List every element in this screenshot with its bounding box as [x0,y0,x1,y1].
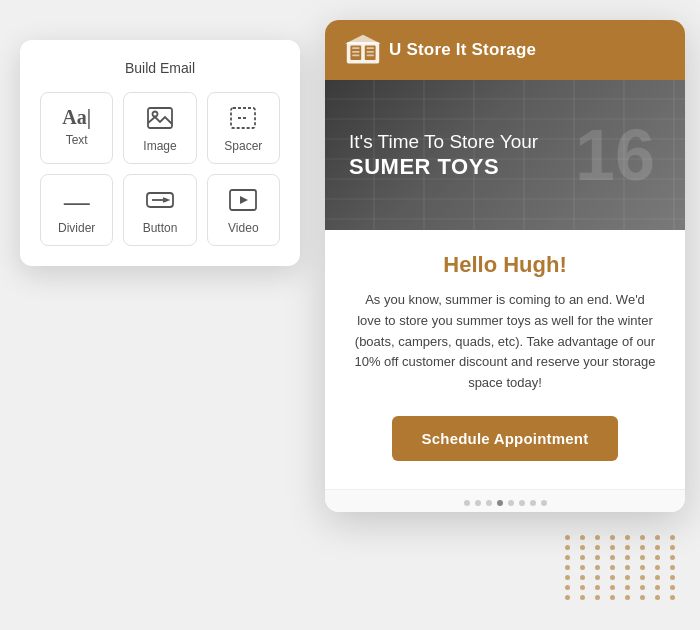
dot-7 [530,500,536,506]
email-body: Hello Hugh! As you know, summer is comin… [325,230,685,489]
divider-icon: — [64,189,90,215]
block-label-button: Button [143,221,178,235]
svg-rect-12 [352,51,359,53]
pagination-dots [325,489,685,512]
email-hero: 16 It's Time To Store Your SUMER TOYS [325,80,685,230]
button-icon [146,189,174,215]
block-item-video[interactable]: Video [207,174,280,246]
block-label-divider: Divider [58,221,95,235]
schedule-appointment-button[interactable]: Schedule Appointment [392,416,619,461]
svg-rect-13 [352,55,359,57]
spacer-icon [230,107,256,133]
hero-text: It's Time To Store Your SUMER TOYS [349,130,538,181]
email-body-text: As you know, summer is coming to an end.… [353,290,657,394]
block-label-image: Image [143,139,176,153]
hero-line1: It's Time To Store Your [349,130,538,155]
dot-3 [486,500,492,506]
video-icon [229,189,257,215]
email-header: U Store It Storage [325,20,685,80]
dot-8 [541,500,547,506]
dot-1 [464,500,470,506]
block-item-spacer[interactable]: Spacer [207,92,280,164]
storage-logo: U Store It Storage [345,34,536,66]
dot-5 [508,500,514,506]
email-preview-card: U Store It Storage 16 It's Time To Store… [325,20,685,512]
svg-marker-17 [345,35,381,44]
svg-marker-7 [240,196,248,204]
block-grid: Aa| Text Image Spacer [40,92,280,246]
svg-point-1 [152,112,157,117]
block-item-divider[interactable]: — Divider [40,174,113,246]
logo-icon [345,34,381,66]
dot-6 [519,500,525,506]
image-icon [147,107,173,133]
dot-2 [475,500,481,506]
svg-rect-14 [367,47,374,49]
dot-grid-decoration [565,535,680,600]
svg-rect-0 [148,108,172,128]
svg-rect-15 [367,51,374,53]
block-item-button[interactable]: Button [123,174,196,246]
build-email-title: Build Email [40,60,280,76]
block-item-image[interactable]: Image [123,92,196,164]
build-email-panel: Build Email Aa| Text Image [20,40,300,266]
block-label-spacer: Spacer [224,139,262,153]
block-label-text: Text [66,133,88,147]
block-label-video: Video [228,221,258,235]
hero-bg-number: 16 [575,119,655,191]
email-greeting: Hello Hugh! [353,252,657,278]
hero-line2: SUMER TOYS [349,154,538,180]
dot-4 [497,500,503,506]
text-icon: Aa| [62,107,91,127]
logo-text: U Store It Storage [389,40,536,60]
block-item-text[interactable]: Aa| Text [40,92,113,164]
svg-rect-16 [367,55,374,57]
svg-rect-11 [352,47,359,49]
